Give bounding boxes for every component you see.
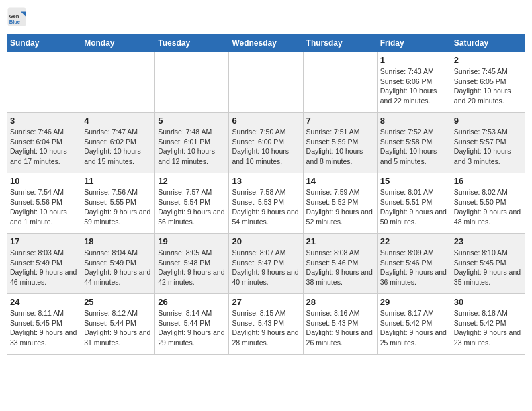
day-content: Sunrise: 8:16 AM Sunset: 5:43 PM Dayligh… xyxy=(306,308,374,348)
day-content: Sunrise: 7:51 AM Sunset: 5:59 PM Dayligh… xyxy=(306,127,374,167)
day-content: Sunrise: 7:50 AM Sunset: 6:00 PM Dayligh… xyxy=(232,127,300,167)
day-content: Sunrise: 8:05 AM Sunset: 5:48 PM Dayligh… xyxy=(158,248,226,287)
day-content: Sunrise: 8:09 AM Sunset: 5:46 PM Dayligh… xyxy=(380,248,448,287)
day-number: 7 xyxy=(306,116,374,126)
calendar-cell xyxy=(7,52,81,113)
calendar-cell: 30Sunrise: 8:18 AM Sunset: 5:42 PM Dayli… xyxy=(451,294,525,355)
day-content: Sunrise: 8:18 AM Sunset: 5:42 PM Dayligh… xyxy=(454,308,522,348)
calendar-cell: 2Sunrise: 7:45 AM Sunset: 6:05 PM Daylig… xyxy=(451,52,525,113)
day-number: 5 xyxy=(158,116,226,126)
day-number: 2 xyxy=(454,55,522,65)
day-number: 6 xyxy=(232,116,300,126)
calendar-cell: 24Sunrise: 8:11 AM Sunset: 5:45 PM Dayli… xyxy=(7,294,81,355)
day-header-wednesday: Wednesday xyxy=(229,34,303,52)
day-content: Sunrise: 7:57 AM Sunset: 5:54 PM Dayligh… xyxy=(158,187,226,227)
calendar-cell: 3Sunrise: 7:46 AM Sunset: 6:04 PM Daylig… xyxy=(7,113,81,173)
calendar-table: SundayMondayTuesdayWednesdayThursdayFrid… xyxy=(7,34,525,355)
calendar-week-row: 24Sunrise: 8:11 AM Sunset: 5:45 PM Dayli… xyxy=(7,294,525,355)
day-content: Sunrise: 7:47 AM Sunset: 6:02 PM Dayligh… xyxy=(84,127,152,167)
calendar-cell: 18Sunrise: 8:04 AM Sunset: 5:49 PM Dayli… xyxy=(81,234,155,294)
day-content: Sunrise: 8:02 AM Sunset: 5:50 PM Dayligh… xyxy=(454,187,522,227)
calendar-cell: 22Sunrise: 8:09 AM Sunset: 5:46 PM Dayli… xyxy=(377,234,451,294)
day-content: Sunrise: 7:52 AM Sunset: 5:58 PM Dayligh… xyxy=(380,127,448,167)
calendar-cell: 17Sunrise: 8:03 AM Sunset: 5:49 PM Dayli… xyxy=(7,234,81,294)
day-number: 19 xyxy=(158,236,226,246)
day-number: 9 xyxy=(454,116,522,126)
day-number: 21 xyxy=(306,236,374,246)
day-number: 3 xyxy=(10,116,78,126)
day-number: 22 xyxy=(380,236,448,246)
calendar-cell: 23Sunrise: 8:10 AM Sunset: 5:45 PM Dayli… xyxy=(451,234,525,294)
calendar-cell: 15Sunrise: 8:01 AM Sunset: 5:51 PM Dayli… xyxy=(377,173,451,234)
day-number: 18 xyxy=(84,236,152,246)
calendar-cell: 12Sunrise: 7:57 AM Sunset: 5:54 PM Dayli… xyxy=(155,173,229,234)
calendar-cell: 7Sunrise: 7:51 AM Sunset: 5:59 PM Daylig… xyxy=(303,113,377,173)
day-number: 26 xyxy=(158,297,226,307)
calendar-cell: 1Sunrise: 7:43 AM Sunset: 6:06 PM Daylig… xyxy=(377,52,451,113)
day-content: Sunrise: 7:48 AM Sunset: 6:01 PM Dayligh… xyxy=(158,127,226,167)
day-number: 1 xyxy=(380,55,448,65)
calendar-cell: 21Sunrise: 8:08 AM Sunset: 5:46 PM Dayli… xyxy=(303,234,377,294)
calendar-cell: 8Sunrise: 7:52 AM Sunset: 5:58 PM Daylig… xyxy=(377,113,451,173)
calendar-cell xyxy=(155,52,229,113)
day-header-tuesday: Tuesday xyxy=(155,34,229,52)
calendar-cell xyxy=(303,52,377,113)
calendar-cell xyxy=(81,52,155,113)
day-number: 25 xyxy=(84,297,152,307)
day-number: 27 xyxy=(232,297,300,307)
day-header-monday: Monday xyxy=(81,34,155,52)
day-content: Sunrise: 7:43 AM Sunset: 6:06 PM Dayligh… xyxy=(380,66,448,106)
day-header-thursday: Thursday xyxy=(303,34,377,52)
calendar-cell: 14Sunrise: 7:59 AM Sunset: 5:52 PM Dayli… xyxy=(303,173,377,234)
day-number: 16 xyxy=(454,176,522,186)
day-number: 29 xyxy=(380,297,448,307)
calendar-cell: 16Sunrise: 8:02 AM Sunset: 5:50 PM Dayli… xyxy=(451,173,525,234)
day-content: Sunrise: 7:53 AM Sunset: 5:57 PM Dayligh… xyxy=(454,127,522,167)
calendar-cell: 29Sunrise: 8:17 AM Sunset: 5:42 PM Dayli… xyxy=(377,294,451,355)
day-number: 28 xyxy=(306,297,374,307)
day-number: 14 xyxy=(306,176,374,186)
day-number: 13 xyxy=(232,176,300,186)
page-header: Gen Blue xyxy=(7,7,525,27)
calendar-cell xyxy=(229,52,303,113)
day-content: Sunrise: 8:01 AM Sunset: 5:51 PM Dayligh… xyxy=(380,187,448,227)
day-header-saturday: Saturday xyxy=(451,34,525,52)
calendar-cell: 5Sunrise: 7:48 AM Sunset: 6:01 PM Daylig… xyxy=(155,113,229,173)
day-content: Sunrise: 7:58 AM Sunset: 5:53 PM Dayligh… xyxy=(232,187,300,227)
calendar-week-row: 3Sunrise: 7:46 AM Sunset: 6:04 PM Daylig… xyxy=(7,113,525,173)
day-content: Sunrise: 7:56 AM Sunset: 5:55 PM Dayligh… xyxy=(84,187,152,227)
day-content: Sunrise: 8:04 AM Sunset: 5:49 PM Dayligh… xyxy=(84,248,152,287)
calendar-cell: 13Sunrise: 7:58 AM Sunset: 5:53 PM Dayli… xyxy=(229,173,303,234)
day-number: 23 xyxy=(454,236,522,246)
day-content: Sunrise: 8:03 AM Sunset: 5:49 PM Dayligh… xyxy=(10,248,78,287)
day-content: Sunrise: 7:46 AM Sunset: 6:04 PM Dayligh… xyxy=(10,127,78,167)
calendar-cell: 10Sunrise: 7:54 AM Sunset: 5:56 PM Dayli… xyxy=(7,173,81,234)
calendar-week-row: 17Sunrise: 8:03 AM Sunset: 5:49 PM Dayli… xyxy=(7,234,525,294)
calendar-cell: 25Sunrise: 8:12 AM Sunset: 5:44 PM Dayli… xyxy=(81,294,155,355)
day-header-sunday: Sunday xyxy=(7,34,81,52)
day-content: Sunrise: 7:59 AM Sunset: 5:52 PM Dayligh… xyxy=(306,187,374,227)
calendar-cell: 9Sunrise: 7:53 AM Sunset: 5:57 PM Daylig… xyxy=(451,113,525,173)
calendar-cell: 28Sunrise: 8:16 AM Sunset: 5:43 PM Dayli… xyxy=(303,294,377,355)
day-number: 30 xyxy=(454,297,522,307)
calendar-cell: 6Sunrise: 7:50 AM Sunset: 6:00 PM Daylig… xyxy=(229,113,303,173)
day-number: 4 xyxy=(84,116,152,126)
day-content: Sunrise: 7:54 AM Sunset: 5:56 PM Dayligh… xyxy=(10,187,78,227)
day-number: 12 xyxy=(158,176,226,186)
day-number: 24 xyxy=(10,297,78,307)
day-content: Sunrise: 8:17 AM Sunset: 5:42 PM Dayligh… xyxy=(380,308,448,348)
day-number: 10 xyxy=(10,176,78,186)
calendar-cell: 20Sunrise: 8:07 AM Sunset: 5:47 PM Dayli… xyxy=(229,234,303,294)
calendar-cell: 26Sunrise: 8:14 AM Sunset: 5:44 PM Dayli… xyxy=(155,294,229,355)
calendar-week-row: 1Sunrise: 7:43 AM Sunset: 6:06 PM Daylig… xyxy=(7,52,525,113)
day-content: Sunrise: 8:14 AM Sunset: 5:44 PM Dayligh… xyxy=(158,308,226,348)
calendar-cell: 11Sunrise: 7:56 AM Sunset: 5:55 PM Dayli… xyxy=(81,173,155,234)
day-number: 20 xyxy=(232,236,300,246)
day-content: Sunrise: 8:07 AM Sunset: 5:47 PM Dayligh… xyxy=(232,248,300,287)
day-number: 15 xyxy=(380,176,448,186)
calendar-cell: 27Sunrise: 8:15 AM Sunset: 5:43 PM Dayli… xyxy=(229,294,303,355)
day-number: 8 xyxy=(380,116,448,126)
calendar-cell: 4Sunrise: 7:47 AM Sunset: 6:02 PM Daylig… xyxy=(81,113,155,173)
calendar-cell: 19Sunrise: 8:05 AM Sunset: 5:48 PM Dayli… xyxy=(155,234,229,294)
logo-icon: Gen Blue xyxy=(7,7,27,27)
